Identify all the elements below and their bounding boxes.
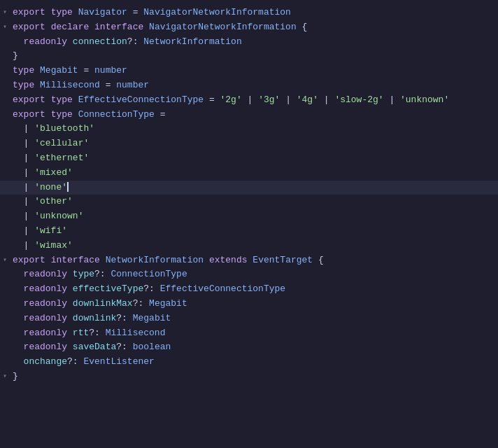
token-plain: | [13, 167, 34, 178]
token-plain [45, 109, 51, 120]
token-str: 'unknown' [34, 211, 83, 221]
token-plain [45, 22, 51, 32]
token-plain [89, 22, 94, 32]
fold-gutter[interactable]: ▾ [0, 371, 10, 382]
token-str: 'other' [34, 196, 73, 206]
code-line: ▾export declare interface NavigatorNetwo… [0, 20, 498, 35]
text-cursor [67, 182, 69, 192]
token-plain: | [13, 211, 34, 221]
code-line: | 'cellular' [0, 136, 498, 151]
code-text: | 'mixed' [10, 166, 498, 181]
token-plain [204, 255, 209, 265]
code-line: type Millisecond = number [0, 78, 498, 93]
token-kw: declare [51, 22, 90, 32]
token-plain [34, 65, 40, 76]
token-kw: readonly [24, 284, 67, 294]
token-plain [13, 342, 24, 352]
token-plain: | [13, 240, 34, 251]
code-editor: ▾export type Navigator = NavigatorNetwor… [0, 0, 498, 390]
token-plain: | [13, 153, 34, 163]
token-plain: | [13, 196, 34, 206]
token-plain [67, 342, 73, 352]
token-kw: export [13, 94, 45, 105]
code-line: | 'mixed' [0, 166, 498, 181]
token-plain: = [127, 7, 143, 18]
code-text: export type EffectiveConnectionType = '2… [10, 93, 498, 108]
code-text: export type Navigator = NavigatorNetwork… [10, 6, 498, 20]
token-plain [67, 313, 73, 323]
token-type-name: NetworkInformation [143, 36, 241, 47]
token-type-name: EffectiveConnectionType [160, 284, 285, 294]
code-text: export declare interface NavigatorNetwor… [10, 20, 498, 35]
token-plain: { [313, 255, 324, 265]
token-str: '4g' [297, 94, 318, 105]
code-line: readonly type?: ConnectionType [0, 267, 498, 282]
token-type-name: number [116, 80, 149, 90]
token-kw: readonly [24, 328, 67, 338]
token-type-name: EffectiveConnectionType [78, 94, 204, 105]
token-str: 'mixed' [34, 167, 73, 178]
token-type-name: Millisecond [40, 80, 100, 90]
fold-gutter[interactable]: ▾ [0, 255, 10, 266]
code-line: readonly connection?: NetworkInformation [0, 35, 498, 50]
token-type-name: Megabit [40, 65, 78, 76]
token-type-name: EventListener [83, 356, 154, 367]
token-plain [45, 255, 51, 265]
token-prop: downlinkMax [73, 298, 133, 309]
token-kw: type [51, 7, 73, 18]
token-plain: ?: [143, 284, 159, 294]
token-type-name: ConnectionType [111, 269, 187, 279]
fold-gutter[interactable]: ▾ [0, 7, 10, 18]
token-plain [13, 298, 24, 309]
token-plain [67, 298, 73, 309]
token-kw: export [13, 109, 45, 120]
code-text: | 'bluetooth' [10, 122, 498, 136]
token-plain: = [155, 109, 166, 120]
code-line: readonly downlink?: Megabit [0, 312, 498, 326]
token-str: '2g' [220, 94, 242, 105]
token-kw: export [13, 22, 45, 32]
fold-gutter[interactable]: ▾ [0, 22, 10, 33]
code-text: | 'other' [10, 195, 498, 209]
code-line: type Megabit = number [0, 64, 498, 78]
token-kw: readonly [24, 36, 67, 47]
token-str: 'wimax' [34, 240, 73, 251]
token-plain: = [204, 94, 220, 105]
token-plain [73, 109, 78, 120]
token-kw: type [51, 109, 73, 120]
code-line: export type ConnectionType = [0, 108, 498, 122]
code-line: | 'none' [0, 181, 498, 195]
token-kw: type [13, 80, 34, 90]
code-text: readonly downlinkMax?: Megabit [10, 297, 498, 312]
token-type-name: Millisecond [106, 328, 166, 338]
token-kw: readonly [24, 342, 67, 352]
token-type-name: Navigator [78, 7, 127, 18]
token-plain [13, 36, 24, 47]
token-plain: ?: [133, 298, 149, 309]
token-type-name: boolean [133, 342, 171, 352]
code-line: ▾export type Navigator = NavigatorNetwor… [0, 6, 498, 20]
code-text: readonly saveData?: boolean [10, 340, 498, 355]
token-plain: = [100, 80, 116, 90]
code-line: | 'other' [0, 195, 498, 209]
token-plain [67, 36, 73, 47]
code-line: | 'ethernet' [0, 151, 498, 166]
token-plain: | [384, 94, 400, 105]
code-text: | 'ethernet' [10, 151, 498, 166]
code-text: | 'none' [10, 181, 498, 195]
token-plain: ?: [127, 36, 143, 47]
code-text: } [10, 49, 498, 64]
token-type-name: Megabit [133, 313, 171, 323]
token-plain: | [242, 94, 258, 105]
token-plain: ?: [94, 269, 111, 279]
token-plain: | [280, 94, 296, 105]
code-text: | 'wifi' [10, 224, 498, 239]
code-line: readonly rtt?: Millisecond [0, 326, 498, 341]
token-kw: interface [51, 255, 100, 265]
token-prop: type [73, 269, 94, 279]
code-line: readonly saveData?: boolean [0, 340, 498, 355]
token-plain [34, 80, 40, 90]
token-str: 'bluetooth' [34, 123, 94, 134]
code-text: readonly effectiveType?: EffectiveConnec… [10, 282, 498, 297]
token-plain: | [13, 138, 34, 148]
